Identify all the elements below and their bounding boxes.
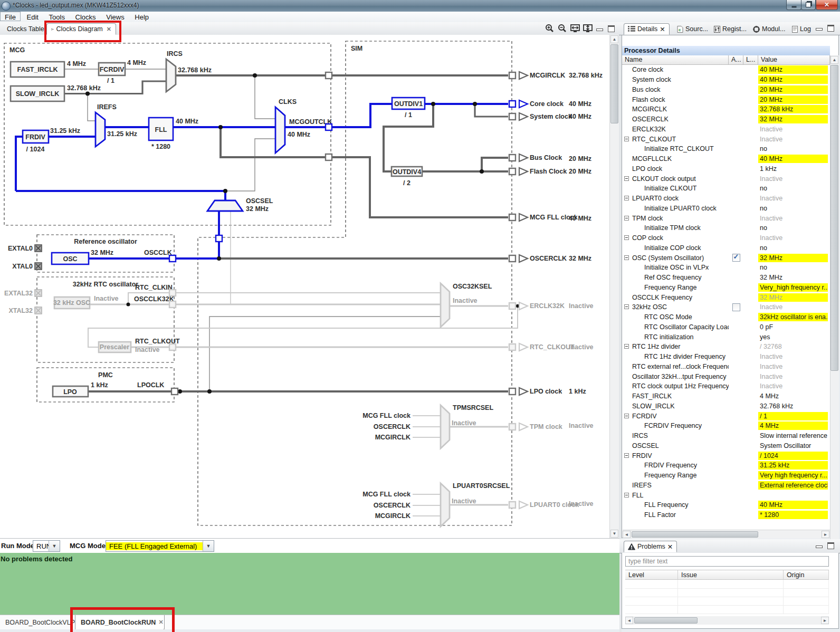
tab-clocks-table[interactable]: Clocks Table <box>0 23 46 35</box>
tab-log[interactable]: Log <box>788 23 815 35</box>
tab-modules[interactable]: Modul... <box>749 23 789 35</box>
problems-column-origin[interactable]: Origin <box>784 570 829 580</box>
details-row[interactable]: Flash clock20 MHz <box>622 94 830 104</box>
lpo-block[interactable]: LPO <box>53 386 88 397</box>
details-row[interactable]: OSCSELSystem Oscillator <box>622 441 830 451</box>
expander-icon[interactable] <box>624 216 629 221</box>
expander-icon[interactable] <box>624 344 629 349</box>
details-row[interactable]: FLL Frequency40 MHz <box>622 500 830 510</box>
tab-close-icon[interactable]: ✕ <box>667 543 673 551</box>
problems-horizontal-scrollbar[interactable]: ◄ ► <box>625 616 829 625</box>
outdiv4-block[interactable]: OUTDIV4 / 2 <box>392 167 422 187</box>
details-vertical-scrollbar[interactable]: ▲ ▼ <box>830 55 839 549</box>
fcrdiv-block[interactable]: FCRDIV / 1 <box>99 63 125 84</box>
details-row[interactable]: LPO clock1 kHz <box>622 164 830 174</box>
details-row[interactable]: Oscillator 32kH...tput FrequencyInactive <box>622 371 830 381</box>
details-row[interactable]: RTC Oscillator Capacity Load0 pF <box>622 322 830 332</box>
expander-icon[interactable] <box>624 493 629 497</box>
column-header-value[interactable]: Value <box>758 55 830 65</box>
maximize-view-icon[interactable] <box>608 24 618 33</box>
details-row[interactable]: IRCSSlow internal reference <box>622 431 830 441</box>
details-rows[interactable]: Core clock40 MHzSystem clock40 MHzBus cl… <box>622 65 830 520</box>
maximize-view-icon[interactable] <box>827 23 838 33</box>
problems-column-issue[interactable]: Issue <box>678 570 784 580</box>
tab-close-icon[interactable]: ✕ <box>660 25 665 33</box>
lpuart0srcsel-mux[interactable] <box>441 483 450 526</box>
details-row[interactable]: RTC 1Hz divider/ 32768 <box>622 342 830 352</box>
details-horizontal-scrollbar[interactable]: ◄ ► <box>623 530 830 539</box>
details-row[interactable]: RTC clock output 1Hz FrequencyInactive <box>622 381 830 391</box>
details-row[interactable]: RTC 1Hz divider FrequencyInactive <box>622 352 830 362</box>
details-row[interactable]: MCGFLLCLK40 MHz <box>622 154 830 164</box>
details-row[interactable]: SLOW_IRCLK32.768 kHz <box>622 401 830 411</box>
details-row[interactable]: 32kHz OSCInactive <box>622 302 830 312</box>
minimize-view-icon[interactable] <box>596 24 607 33</box>
tab-bootclockvlpr[interactable]: BOARD_BootClockVLPR <box>0 615 74 630</box>
expander-icon[interactable] <box>624 304 629 309</box>
row-checkbox[interactable] <box>732 303 740 311</box>
details-row[interactable]: Frequency RangeVery high frequency r... <box>622 471 830 481</box>
slow-irclk-block[interactable]: SLOW_IRCLK <box>11 86 64 101</box>
details-row[interactable]: Initialize CLKOUTno <box>622 184 830 194</box>
row-checkbox[interactable] <box>732 254 740 262</box>
osc32k-block[interactable]: 32 kHz OSC <box>53 297 90 309</box>
details-row[interactable]: IREFSExternal reference clock <box>622 481 830 491</box>
fit-width-icon[interactable] <box>570 24 580 33</box>
details-row[interactable]: RTC external ref...clock FrequencyInacti… <box>622 362 830 372</box>
details-row[interactable]: RTC OSC Mode32kHz oscillator is ena... <box>622 312 830 322</box>
menu-file[interactable]: File <box>0 12 21 21</box>
frdiv-block[interactable]: FRDIV / 1024 <box>23 130 49 153</box>
restore-button[interactable] <box>801 0 816 10</box>
expander-icon[interactable] <box>624 196 629 200</box>
details-row[interactable]: RTC_CLKOUTInactive <box>622 134 830 144</box>
details-row[interactable]: FLL <box>622 490 830 500</box>
details-row[interactable]: OSC (System Oscillator)32 MHz <box>622 253 830 263</box>
expander-icon[interactable] <box>624 414 629 418</box>
column-header-a[interactable]: A... <box>729 55 743 65</box>
problems-column-level[interactable]: Level <box>625 570 678 580</box>
details-row[interactable]: System clock40 MHz <box>622 75 830 85</box>
expander-icon[interactable] <box>624 453 629 458</box>
diagram-vertical-scrollbar[interactable]: ▲ ▼ <box>609 35 619 538</box>
details-row[interactable]: FRDIV Frequency31.25 kHz <box>622 461 830 471</box>
details-row[interactable]: Frequency RangeVery_high frequency r... <box>622 283 830 293</box>
tab-problems[interactable]: Problems ✕ <box>624 541 677 552</box>
details-row[interactable]: Core clock40 MHz <box>622 65 830 75</box>
pins[interactable]: EXTAL0 XTAL0 EXTAL32 XTAL32 <box>4 245 42 314</box>
details-row[interactable]: Bus clock20 MHz <box>622 85 830 95</box>
minimize-button[interactable] <box>786 0 801 10</box>
details-row[interactable]: FCRDIV/ 1 <box>622 411 830 421</box>
details-row[interactable]: ERCLK32KInactive <box>622 125 830 135</box>
details-row[interactable]: FAST_IRCLK4 MHz <box>622 391 830 401</box>
details-row[interactable]: Initialize OSC in VLPxno <box>622 263 830 273</box>
details-row[interactable]: Ref OSC frequency32 MHz <box>622 273 830 283</box>
details-row[interactable]: TPM clockInactive <box>622 213 830 223</box>
mcg-mode-select[interactable]: FEE (FLL Engaged External) ▼ <box>106 540 214 552</box>
fll-block[interactable]: FLL * 1280 <box>149 118 173 150</box>
details-row[interactable]: Initialize RTC_CLKOUTno <box>622 144 830 154</box>
details-row[interactable]: RTC initializationyes <box>622 332 830 342</box>
clks-mux[interactable] <box>275 107 285 153</box>
tab-sources[interactable]: c Sourc... <box>673 23 712 35</box>
details-row[interactable]: CLKOUT clock outputInactive <box>622 174 830 184</box>
zoom-out-icon[interactable] <box>557 24 568 33</box>
ircs-mux[interactable] <box>166 59 176 92</box>
tpmsrcsel-mux[interactable] <box>441 405 450 448</box>
problems-filter-input[interactable]: type filter text <box>625 556 829 567</box>
details-row[interactable]: Initialize COP clockno <box>622 243 830 253</box>
details-row[interactable]: Initialize LPUART0 clockno <box>622 204 830 214</box>
details-row[interactable]: FRDIV/ 1024 <box>622 451 830 461</box>
irefs-mux[interactable] <box>96 112 105 147</box>
close-button[interactable]: ✕ <box>816 0 838 10</box>
expander-icon[interactable] <box>624 255 629 260</box>
osc32ksel-mux[interactable] <box>441 283 450 327</box>
maximize-view-icon[interactable] <box>827 541 838 550</box>
outdiv1-block[interactable]: OUTDIV1 / 1 <box>392 98 425 119</box>
menu-help[interactable]: Help <box>130 12 153 22</box>
column-header-l[interactable]: L... <box>743 55 758 65</box>
details-row[interactable]: Initialize TPM clockno <box>622 223 830 233</box>
details-row[interactable]: LPUART0 clockInactive <box>622 194 830 204</box>
fast-irclk-block[interactable]: FAST_IRCLK <box>11 62 64 77</box>
prescaler-block[interactable]: Prescaler <box>99 342 131 352</box>
fit-height-icon[interactable] <box>583 24 593 33</box>
